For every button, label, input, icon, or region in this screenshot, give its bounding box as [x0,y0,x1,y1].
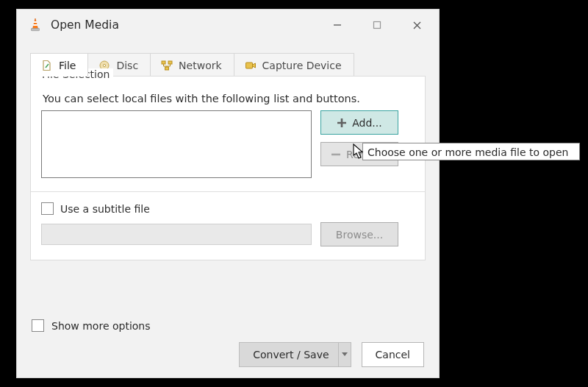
use-subtitle-label: Use a subtitle file [60,203,150,215]
capture-device-icon [245,60,257,71]
use-subtitle-checkbox[interactable] [41,202,54,215]
show-more-options-checkbox[interactable] [32,319,44,332]
open-media-dialog: Open Media File [16,9,440,378]
titlebar: Open Media [17,10,439,40]
close-button[interactable] [404,15,430,35]
svg-rect-1 [33,24,37,26]
file-selection-group: File Selection You can select local file… [30,76,426,260]
button-label: Convert / Save [253,342,329,367]
button-label: Browse... [336,229,383,241]
tab-label: Capture Device [262,60,342,71]
svg-rect-7 [168,61,172,64]
svg-rect-3 [374,22,381,29]
plus-icon [337,118,347,128]
tab-capture[interactable]: Capture Device [234,53,354,77]
svg-rect-2 [32,29,40,31]
file-icon [41,60,53,71]
tab-label: File [59,60,76,71]
add-button-tooltip: Choose one or more media file to open [362,143,580,160]
tab-file[interactable]: File [30,53,88,77]
svg-point-5 [104,64,106,66]
divider [31,191,425,192]
cancel-button[interactable]: Cancel [362,342,424,367]
convert-save-button[interactable]: Convert / Save [239,342,351,367]
window-title: Open Media [51,18,324,32]
tab-network[interactable]: Network [150,53,234,77]
dialog-footer: Convert / Save Cancel [30,332,426,369]
tab-label: Disc [116,60,138,71]
svg-rect-0 [34,21,37,23]
file-list[interactable] [41,110,312,178]
button-label: Cancel [376,342,410,367]
vlc-cone-icon [27,17,43,33]
browse-subtitle-button[interactable]: Browse... [320,222,398,246]
minimize-button[interactable] [324,15,351,35]
subtitle-path-input[interactable] [41,224,312,245]
button-label: Add... [352,117,381,129]
file-selection-instruction: You can select local files with the foll… [43,93,415,104]
svg-rect-6 [162,61,165,64]
show-more-options-label: Show more options [51,320,151,332]
tab-label: Network [179,60,221,71]
minus-icon [331,149,341,160]
svg-rect-8 [165,67,169,70]
maximize-button[interactable] [364,15,390,35]
add-file-button[interactable]: Add... [320,110,398,135]
svg-rect-9 [245,63,252,68]
dropdown-caret-icon[interactable] [338,342,351,367]
network-icon [161,60,173,71]
